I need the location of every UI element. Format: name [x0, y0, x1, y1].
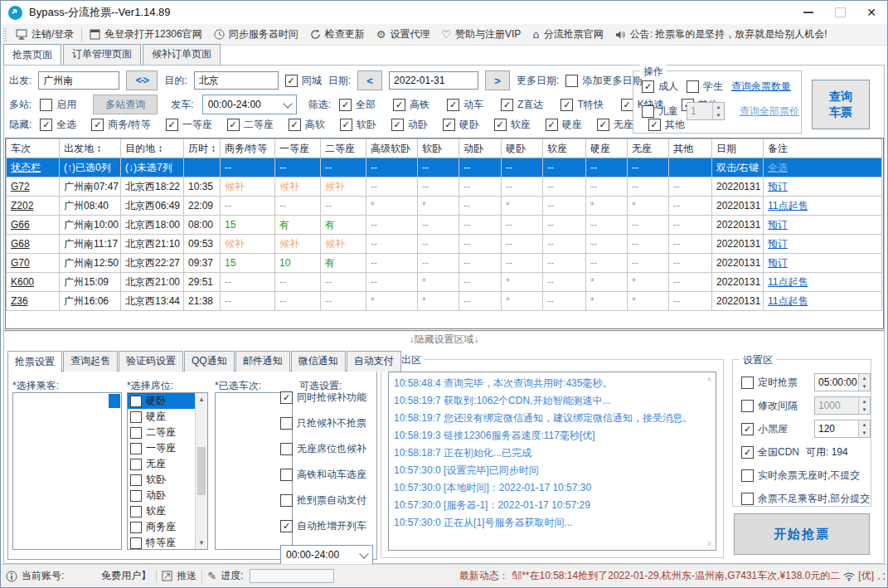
seat-scrollbar-thumb[interactable]: [197, 447, 206, 495]
spinner-down-icon[interactable]: ▼: [859, 382, 870, 391]
hide-settings-divider[interactable]: ↓隐藏设置区域↓: [4, 330, 884, 347]
hide-checkbox-6[interactable]: ✓动卧: [391, 118, 428, 132]
hide-checkbox-7[interactable]: ✓硬卧: [443, 118, 479, 132]
hide-checkbox-9[interactable]: ✓硬座: [546, 118, 582, 132]
seat-option-5[interactable]: 软卧: [128, 472, 196, 488]
resize-grip[interactable]: [877, 572, 886, 581]
book-link[interactable]: 预订: [768, 219, 788, 231]
train-number-link[interactable]: K600: [11, 276, 34, 288]
status-row[interactable]: 状态栏(↑)已选0列(↓)未选7列--------------------双击/…: [7, 158, 882, 177]
scroll-down-icon[interactable]: ∨: [706, 539, 712, 547]
output-scrollbar[interactable]: ∧∨: [703, 372, 716, 550]
same-city-checkbox[interactable]: ✓同城: [285, 74, 322, 88]
column-header[interactable]: 一等座: [275, 139, 321, 158]
seat-option-1[interactable]: 硬座: [128, 409, 196, 425]
query-remaining-link[interactable]: 查询余票数量: [731, 80, 791, 94]
toolbar-heart-button[interactable]: ♡赞助与注册VIP: [435, 24, 526, 45]
depart-input[interactable]: 广州南: [38, 71, 119, 90]
seat-scrollbar[interactable]: ▲ ▼: [195, 393, 207, 549]
settings-tab-验证码设置[interactable]: 验证码设置: [119, 351, 183, 372]
column-header[interactable]: 目的地 ↕: [121, 139, 184, 158]
filter-checkbox-3[interactable]: ✓Z直达: [501, 98, 543, 112]
column-header[interactable]: 高级软卧: [366, 139, 418, 158]
passenger-listbox[interactable]: [12, 392, 122, 550]
column-header[interactable]: 无座: [628, 139, 669, 158]
column-header[interactable]: 软卧: [418, 139, 459, 158]
select-all-link[interactable]: 全选: [768, 162, 788, 173]
grab-time-select[interactable]: 00:00-24:00: [280, 545, 373, 565]
settings-spinner-2[interactable]: 120▲▼: [814, 420, 871, 438]
train-number-link[interactable]: Z36: [11, 295, 28, 307]
dest-input[interactable]: 北京: [194, 71, 279, 90]
date-next-button[interactable]: >: [485, 70, 510, 90]
scroll-up-icon[interactable]: ▲: [198, 393, 205, 406]
spinner-up-icon[interactable]: ▲: [859, 420, 870, 429]
table-row[interactable]: G68广州南11:17北京西21:1009:53候补候补候补----------…: [7, 235, 882, 254]
settings-tab-微信通知[interactable]: 微信通知: [291, 351, 346, 372]
train-number-link[interactable]: G70: [11, 257, 30, 269]
settings-tab-查询起售[interactable]: 查询起售: [63, 351, 118, 372]
toolbar-monitor-button[interactable]: 注销/登录: [10, 24, 80, 45]
settings-tab-自动支付[interactable]: 自动支付: [347, 351, 401, 372]
column-header[interactable]: 日期: [712, 139, 764, 158]
book-link[interactable]: 11点起售: [768, 200, 808, 211]
settings-checkbox-1[interactable]: 修改间隔: [741, 399, 798, 413]
scroll-down-icon[interactable]: ▼: [198, 537, 205, 549]
hide-checkbox-0[interactable]: ✓全选: [40, 118, 76, 132]
grab-option-checkbox-4[interactable]: 抢到票自动支付: [280, 493, 373, 508]
column-header[interactable]: 二等座: [321, 139, 366, 158]
toolbar-speaker-button[interactable]: 公告: 抢票靠的是坚持，放弃就是给别人机会!: [609, 24, 833, 45]
start-grabbing-button[interactable]: 开始抢票: [734, 513, 870, 555]
train-number-link[interactable]: Z202: [11, 200, 33, 211]
seat-option-2[interactable]: 二等座: [128, 425, 196, 440]
tab-抢票页面[interactable]: 抢票页面: [3, 44, 61, 66]
passenger-scrollbar-thumb[interactable]: [109, 394, 120, 408]
query-tickets-button[interactable]: 查询 车票: [812, 80, 870, 129]
query-price-link[interactable]: 查询全部票价: [740, 104, 799, 119]
filter-checkbox-4[interactable]: ✓T特快: [560, 98, 603, 112]
push-button[interactable]: 推送: [157, 569, 201, 583]
settings-spinner-0[interactable]: 05:00:00▲▼: [814, 373, 871, 391]
table-row[interactable]: G70广州南12:50北京西22:2709:371510有-----------…: [7, 254, 882, 273]
grab-option-checkbox-5[interactable]: ✓自动抢增开列车: [280, 519, 373, 533]
train-number-link[interactable]: 状态栏: [11, 162, 41, 173]
column-header[interactable]: 其他: [669, 139, 712, 158]
toolbar-window-button[interactable]: 免登录打开12306官网: [84, 24, 207, 45]
multi-query-button[interactable]: 多站查询: [93, 95, 158, 114]
seat-listbox[interactable]: 硬卧硬座二等座一等座无座软卧动卧软座商务座特等座 ▲ ▼: [127, 392, 208, 550]
train-number-link[interactable]: G72: [11, 181, 30, 192]
date-prev-button[interactable]: <: [357, 70, 382, 90]
close-button[interactable]: ✕: [856, 1, 887, 24]
column-header[interactable]: 硬卧: [502, 139, 543, 158]
table-row[interactable]: G66广州南10:00北京西18:0008:0015有有------------…: [7, 216, 882, 235]
tab-订单管理页面[interactable]: 订单管理页面: [63, 44, 141, 65]
seat-option-4[interactable]: 无座: [128, 456, 196, 472]
spinner-down-icon[interactable]: ▼: [859, 406, 870, 414]
table-row[interactable]: Z202广州08:40北京西06:4922:09------**--*--**-…: [7, 197, 882, 216]
hide-checkbox-2[interactable]: ✓一等座: [166, 118, 212, 132]
table-row[interactable]: G72广州南07:47北京西18:2210:35候补候补候补----------…: [7, 177, 882, 197]
train-number-link[interactable]: G68: [11, 238, 30, 250]
filter-checkbox-0[interactable]: ✓全部: [339, 98, 376, 112]
child-checkbox[interactable]: 儿童: [642, 104, 678, 119]
seat-option-6[interactable]: 动卧: [128, 488, 196, 503]
settings-tab-邮件通知[interactable]: 邮件通知: [235, 351, 290, 372]
column-header[interactable]: 历时 ↕: [184, 139, 221, 158]
filter-checkbox-2[interactable]: ✓动车: [447, 98, 483, 112]
date-input[interactable]: 2022-01-31: [389, 71, 478, 90]
hide-checkbox-10[interactable]: ✓无座: [597, 118, 633, 132]
seat-option-3[interactable]: 一等座: [128, 440, 196, 456]
hide-checkbox-8[interactable]: ✓软座: [494, 118, 531, 132]
child-count-spinner[interactable]: 1 ▲▼: [687, 102, 725, 120]
student-checkbox[interactable]: 学生: [687, 80, 723, 94]
hide-checkbox-3[interactable]: ✓二等座: [227, 118, 274, 132]
seat-option-7[interactable]: 软座: [128, 503, 196, 519]
column-header[interactable]: 动卧: [459, 139, 502, 158]
multi-station-enable-checkbox[interactable]: 启用: [40, 98, 76, 112]
hide-checkbox-5[interactable]: ✓软卧: [340, 118, 376, 132]
table-row[interactable]: K600广州15:09北京西21:0029:51--------*--*--**…: [7, 273, 882, 292]
train-number-link[interactable]: G66: [11, 219, 30, 231]
minimize-button[interactable]: [793, 1, 824, 24]
toolbar-clock-button[interactable]: 同步服务器时间: [208, 24, 304, 45]
book-link[interactable]: 11点起售: [768, 295, 808, 307]
